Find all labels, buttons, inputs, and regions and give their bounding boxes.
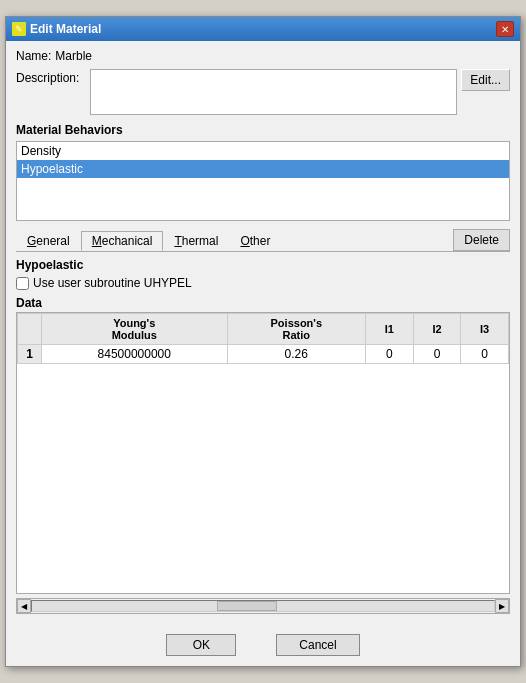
scroll-left-arrow[interactable]: ◀: [17, 599, 31, 613]
tab-mechanical[interactable]: Mechanical: [81, 231, 164, 251]
description-label: Description:: [16, 71, 86, 85]
edit-button[interactable]: Edit...: [461, 69, 510, 91]
cell-youngs: 84500000000: [42, 345, 228, 364]
col-header-i3: I3: [461, 314, 509, 345]
cell-poissons: 0.26: [227, 345, 366, 364]
delete-button[interactable]: Delete: [453, 229, 510, 251]
col-header-i2: I2: [413, 314, 461, 345]
scrollbar-thumb[interactable]: [217, 601, 277, 611]
close-button[interactable]: ✕: [496, 21, 514, 37]
table-scroll-container[interactable]: Young'sModulus Poisson'sRatio I1 I2 I3 1…: [17, 313, 509, 593]
tab-thermal[interactable]: Thermal: [163, 231, 229, 251]
material-behaviors-label: Material Behaviors: [16, 123, 510, 137]
uhypel-label: Use user subroutine UHYPEL: [33, 276, 192, 290]
behaviors-list: Density Hypoelastic: [16, 141, 510, 221]
data-table-wrapper: Young'sModulus Poisson'sRatio I1 I2 I3 1…: [16, 312, 510, 594]
col-header-rownum: [18, 314, 42, 345]
footer-buttons: OK Cancel: [6, 626, 520, 666]
cell-i2: 0: [413, 345, 461, 364]
horizontal-scrollbar[interactable]: ◀ ▶: [16, 598, 510, 614]
data-table: Young'sModulus Poisson'sRatio I1 I2 I3 1…: [17, 313, 509, 364]
cell-i1: 0: [366, 345, 414, 364]
tabs-row: General Mechanical Thermal Other Delete: [16, 229, 510, 252]
scroll-right-arrow[interactable]: ▶: [495, 599, 509, 613]
tab-general[interactable]: General: [16, 231, 81, 251]
cell-rownum: 1: [18, 345, 42, 364]
behavior-hypoelastic[interactable]: Hypoelastic: [17, 160, 509, 178]
ok-button[interactable]: OK: [166, 634, 236, 656]
description-row: Description: Edit...: [16, 69, 510, 115]
cell-i3: 0: [461, 345, 509, 364]
title-bar: ✎ Edit Material ✕: [6, 17, 520, 41]
data-label: Data: [16, 296, 510, 310]
edit-material-window: ✎ Edit Material ✕ Name: Marble Descripti…: [5, 16, 521, 667]
col-header-youngs: Young'sModulus: [42, 314, 228, 345]
window-icon: ✎: [12, 22, 26, 36]
name-row: Name: Marble: [16, 49, 510, 63]
behavior-density[interactable]: Density: [17, 142, 509, 160]
name-label: Name:: [16, 49, 51, 63]
title-bar-left: ✎ Edit Material: [12, 22, 101, 36]
table-row: 1 84500000000 0.26 0 0 0: [18, 345, 509, 364]
uhypel-checkbox[interactable]: [16, 277, 29, 290]
main-content: Name: Marble Description: Edit... Materi…: [6, 41, 520, 626]
name-value: Marble: [55, 49, 92, 63]
sub-section-title: Hypoelastic: [16, 258, 510, 272]
cancel-button[interactable]: Cancel: [276, 634, 359, 656]
tabs: General Mechanical Thermal Other: [16, 230, 281, 250]
tab-other[interactable]: Other: [229, 231, 281, 251]
scrollbar-track[interactable]: [31, 600, 495, 612]
description-input[interactable]: [90, 69, 457, 115]
checkbox-row: Use user subroutine UHYPEL: [16, 276, 510, 290]
col-header-poissons: Poisson'sRatio: [227, 314, 366, 345]
window-title: Edit Material: [30, 22, 101, 36]
col-header-i1: I1: [366, 314, 414, 345]
